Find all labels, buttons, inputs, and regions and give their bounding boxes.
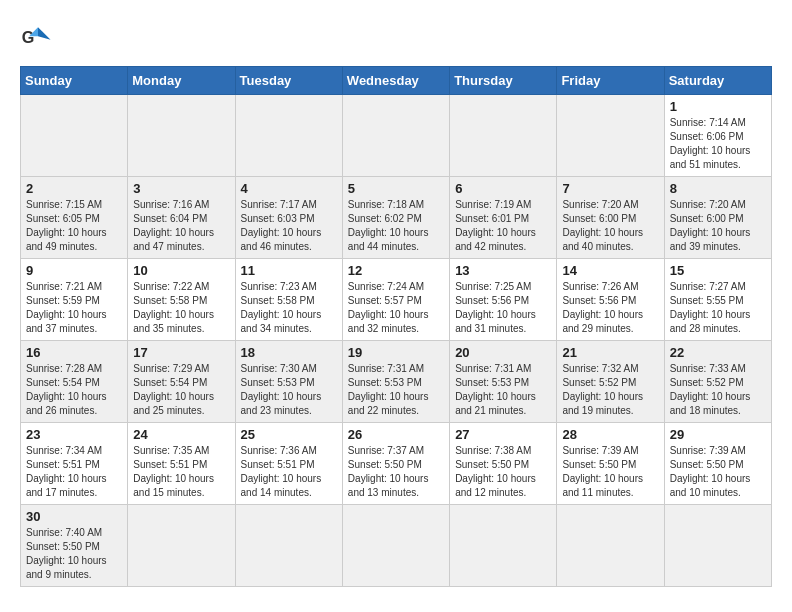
- day-info: Sunrise: 7:25 AMSunset: 5:56 PMDaylight:…: [455, 280, 551, 336]
- calendar-day-cell: 29Sunrise: 7:39 AMSunset: 5:50 PMDayligh…: [664, 423, 771, 505]
- calendar-day-cell: 4Sunrise: 7:17 AMSunset: 6:03 PMDaylight…: [235, 177, 342, 259]
- calendar-day-cell: 8Sunrise: 7:20 AMSunset: 6:00 PMDaylight…: [664, 177, 771, 259]
- calendar-day-cell: 13Sunrise: 7:25 AMSunset: 5:56 PMDayligh…: [450, 259, 557, 341]
- day-info: Sunrise: 7:21 AMSunset: 5:59 PMDaylight:…: [26, 280, 122, 336]
- calendar-day-cell: 11Sunrise: 7:23 AMSunset: 5:58 PMDayligh…: [235, 259, 342, 341]
- day-info: Sunrise: 7:15 AMSunset: 6:05 PMDaylight:…: [26, 198, 122, 254]
- day-info: Sunrise: 7:39 AMSunset: 5:50 PMDaylight:…: [670, 444, 766, 500]
- calendar-day-header: Saturday: [664, 67, 771, 95]
- calendar-week-row: 30Sunrise: 7:40 AMSunset: 5:50 PMDayligh…: [21, 505, 772, 587]
- day-info: Sunrise: 7:39 AMSunset: 5:50 PMDaylight:…: [562, 444, 658, 500]
- day-number: 28: [562, 427, 658, 442]
- calendar-day-header: Monday: [128, 67, 235, 95]
- day-info: Sunrise: 7:19 AMSunset: 6:01 PMDaylight:…: [455, 198, 551, 254]
- calendar-day-cell: 12Sunrise: 7:24 AMSunset: 5:57 PMDayligh…: [342, 259, 449, 341]
- calendar-day-cell: 5Sunrise: 7:18 AMSunset: 6:02 PMDaylight…: [342, 177, 449, 259]
- calendar-day-cell: 22Sunrise: 7:33 AMSunset: 5:52 PMDayligh…: [664, 341, 771, 423]
- day-number: 2: [26, 181, 122, 196]
- calendar-day-cell: 14Sunrise: 7:26 AMSunset: 5:56 PMDayligh…: [557, 259, 664, 341]
- day-info: Sunrise: 7:34 AMSunset: 5:51 PMDaylight:…: [26, 444, 122, 500]
- calendar-day-cell: 25Sunrise: 7:36 AMSunset: 5:51 PMDayligh…: [235, 423, 342, 505]
- day-number: 25: [241, 427, 337, 442]
- calendar-week-row: 1Sunrise: 7:14 AMSunset: 6:06 PMDaylight…: [21, 95, 772, 177]
- day-info: Sunrise: 7:32 AMSunset: 5:52 PMDaylight:…: [562, 362, 658, 418]
- calendar-day-cell: [557, 95, 664, 177]
- calendar-table: SundayMondayTuesdayWednesdayThursdayFrid…: [20, 66, 772, 587]
- day-info: Sunrise: 7:29 AMSunset: 5:54 PMDaylight:…: [133, 362, 229, 418]
- calendar-day-cell: 6Sunrise: 7:19 AMSunset: 6:01 PMDaylight…: [450, 177, 557, 259]
- day-info: Sunrise: 7:23 AMSunset: 5:58 PMDaylight:…: [241, 280, 337, 336]
- calendar-week-row: 2Sunrise: 7:15 AMSunset: 6:05 PMDaylight…: [21, 177, 772, 259]
- calendar-day-header: Sunday: [21, 67, 128, 95]
- calendar-day-header: Friday: [557, 67, 664, 95]
- day-info: Sunrise: 7:24 AMSunset: 5:57 PMDaylight:…: [348, 280, 444, 336]
- calendar-day-cell: 28Sunrise: 7:39 AMSunset: 5:50 PMDayligh…: [557, 423, 664, 505]
- calendar-day-header: Wednesday: [342, 67, 449, 95]
- day-number: 12: [348, 263, 444, 278]
- day-info: Sunrise: 7:31 AMSunset: 5:53 PMDaylight:…: [455, 362, 551, 418]
- day-number: 27: [455, 427, 551, 442]
- day-number: 30: [26, 509, 122, 524]
- calendar-day-cell: [21, 95, 128, 177]
- calendar-day-cell: [342, 95, 449, 177]
- day-info: Sunrise: 7:16 AMSunset: 6:04 PMDaylight:…: [133, 198, 229, 254]
- day-info: Sunrise: 7:38 AMSunset: 5:50 PMDaylight:…: [455, 444, 551, 500]
- day-number: 4: [241, 181, 337, 196]
- calendar-day-cell: 1Sunrise: 7:14 AMSunset: 6:06 PMDaylight…: [664, 95, 771, 177]
- day-number: 24: [133, 427, 229, 442]
- day-number: 21: [562, 345, 658, 360]
- calendar-day-cell: 23Sunrise: 7:34 AMSunset: 5:51 PMDayligh…: [21, 423, 128, 505]
- day-info: Sunrise: 7:22 AMSunset: 5:58 PMDaylight:…: [133, 280, 229, 336]
- calendar-header-row: SundayMondayTuesdayWednesdayThursdayFrid…: [21, 67, 772, 95]
- calendar-day-cell: 3Sunrise: 7:16 AMSunset: 6:04 PMDaylight…: [128, 177, 235, 259]
- calendar-day-cell: 19Sunrise: 7:31 AMSunset: 5:53 PMDayligh…: [342, 341, 449, 423]
- day-info: Sunrise: 7:20 AMSunset: 6:00 PMDaylight:…: [670, 198, 766, 254]
- day-info: Sunrise: 7:26 AMSunset: 5:56 PMDaylight:…: [562, 280, 658, 336]
- calendar-day-cell: 27Sunrise: 7:38 AMSunset: 5:50 PMDayligh…: [450, 423, 557, 505]
- day-info: Sunrise: 7:18 AMSunset: 6:02 PMDaylight:…: [348, 198, 444, 254]
- calendar-day-cell: 15Sunrise: 7:27 AMSunset: 5:55 PMDayligh…: [664, 259, 771, 341]
- calendar-day-cell: 18Sunrise: 7:30 AMSunset: 5:53 PMDayligh…: [235, 341, 342, 423]
- day-number: 26: [348, 427, 444, 442]
- day-number: 7: [562, 181, 658, 196]
- logo: G: [20, 20, 62, 56]
- day-number: 22: [670, 345, 766, 360]
- day-number: 8: [670, 181, 766, 196]
- calendar-day-cell: [128, 95, 235, 177]
- calendar-week-row: 23Sunrise: 7:34 AMSunset: 5:51 PMDayligh…: [21, 423, 772, 505]
- day-number: 20: [455, 345, 551, 360]
- day-number: 14: [562, 263, 658, 278]
- day-number: 16: [26, 345, 122, 360]
- calendar-day-cell: 16Sunrise: 7:28 AMSunset: 5:54 PMDayligh…: [21, 341, 128, 423]
- svg-text:G: G: [22, 28, 35, 46]
- calendar-week-row: 9Sunrise: 7:21 AMSunset: 5:59 PMDaylight…: [21, 259, 772, 341]
- day-number: 23: [26, 427, 122, 442]
- day-number: 15: [670, 263, 766, 278]
- calendar-day-cell: [664, 505, 771, 587]
- calendar-day-header: Tuesday: [235, 67, 342, 95]
- day-info: Sunrise: 7:33 AMSunset: 5:52 PMDaylight:…: [670, 362, 766, 418]
- day-number: 18: [241, 345, 337, 360]
- calendar-day-header: Thursday: [450, 67, 557, 95]
- calendar-day-cell: [450, 95, 557, 177]
- calendar-day-cell: 7Sunrise: 7:20 AMSunset: 6:00 PMDaylight…: [557, 177, 664, 259]
- calendar-day-cell: 24Sunrise: 7:35 AMSunset: 5:51 PMDayligh…: [128, 423, 235, 505]
- page-header: G: [20, 20, 772, 56]
- calendar-day-cell: 2Sunrise: 7:15 AMSunset: 6:05 PMDaylight…: [21, 177, 128, 259]
- calendar-day-cell: [235, 505, 342, 587]
- day-number: 10: [133, 263, 229, 278]
- day-info: Sunrise: 7:40 AMSunset: 5:50 PMDaylight:…: [26, 526, 122, 582]
- calendar-day-cell: 9Sunrise: 7:21 AMSunset: 5:59 PMDaylight…: [21, 259, 128, 341]
- calendar-day-cell: [235, 95, 342, 177]
- day-info: Sunrise: 7:36 AMSunset: 5:51 PMDaylight:…: [241, 444, 337, 500]
- day-number: 13: [455, 263, 551, 278]
- day-number: 9: [26, 263, 122, 278]
- calendar-day-cell: 10Sunrise: 7:22 AMSunset: 5:58 PMDayligh…: [128, 259, 235, 341]
- calendar-week-row: 16Sunrise: 7:28 AMSunset: 5:54 PMDayligh…: [21, 341, 772, 423]
- day-info: Sunrise: 7:31 AMSunset: 5:53 PMDaylight:…: [348, 362, 444, 418]
- day-info: Sunrise: 7:17 AMSunset: 6:03 PMDaylight:…: [241, 198, 337, 254]
- calendar-day-cell: [128, 505, 235, 587]
- day-number: 1: [670, 99, 766, 114]
- day-info: Sunrise: 7:27 AMSunset: 5:55 PMDaylight:…: [670, 280, 766, 336]
- calendar-day-cell: 21Sunrise: 7:32 AMSunset: 5:52 PMDayligh…: [557, 341, 664, 423]
